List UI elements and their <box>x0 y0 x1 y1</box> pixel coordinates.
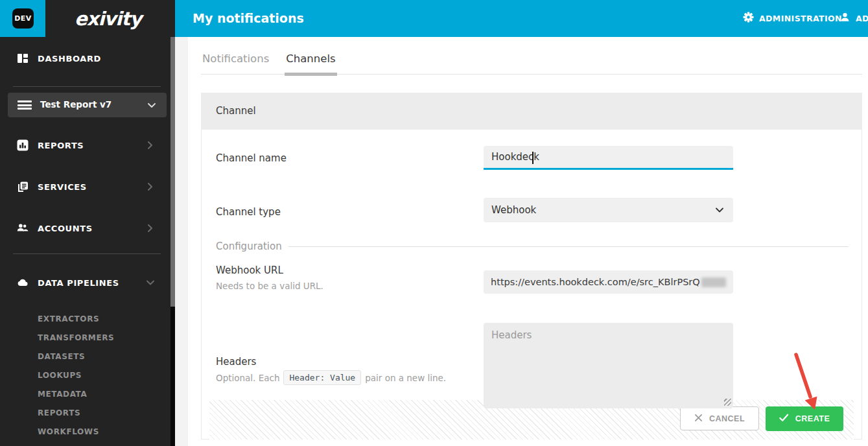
cloud-icon <box>17 277 29 288</box>
chevron-down-icon <box>146 99 158 111</box>
user-menu[interactable]: ADM <box>839 0 868 37</box>
sidebar-item-label: ACCOUNTS <box>38 224 93 233</box>
sidebar-subitem-transformers[interactable]: TRANSFORMERS <box>38 332 114 344</box>
user-menu-label: ADM <box>856 14 868 23</box>
main-content: Notifications Channels Channel Channel n… <box>175 37 868 446</box>
sidebar-subitem-workflows[interactable]: WORKFLOWS <box>38 426 99 438</box>
sidebar-item-data-pipelines[interactable]: DATA PIPELINES <box>0 273 170 292</box>
check-icon <box>779 414 789 424</box>
user-icon <box>839 12 850 25</box>
page-title: My notifications <box>193 11 304 25</box>
create-button[interactable]: CREATE <box>766 406 843 431</box>
sidebar-subitem-datasets[interactable]: DATASETS <box>38 351 85 362</box>
administration-label: ADMINISTRATION <box>759 14 842 23</box>
sidebar-scrollbar[interactable] <box>170 0 175 446</box>
sidebar-divider <box>13 86 161 87</box>
channel-type-label: Channel type <box>216 206 281 218</box>
report-selector[interactable]: Test Report v7 <box>8 93 167 117</box>
channel-name-input[interactable] <box>484 146 733 170</box>
channel-name-label: Channel name <box>216 152 287 164</box>
sidebar-subitem-extractors[interactable]: EXTRACTORS <box>38 313 99 325</box>
sidebar-item-label: DATA PIPELINES <box>38 278 119 288</box>
topbar: My notifications ADMINISTRATION ADM <box>175 0 868 37</box>
gear-icon <box>743 12 754 25</box>
chevron-down-icon <box>714 204 725 218</box>
x-icon <box>694 414 703 424</box>
chevron-right-icon <box>145 181 156 193</box>
configuration-section-label: Configuration <box>216 241 282 252</box>
textarea-resize-handle[interactable] <box>724 399 731 406</box>
report-selector-label: Test Report v7 <box>40 99 111 110</box>
sidebar-item-reports[interactable]: REPORTS <box>0 135 170 155</box>
sidebar-item-services[interactable]: SERVICES <box>0 177 170 196</box>
headers-helper-suffix: pair on a new line. <box>365 373 446 383</box>
chevron-right-icon <box>145 139 156 151</box>
sidebar-subitem-lookups[interactable]: LOOKUPS <box>38 370 82 381</box>
panel-title: Channel <box>216 105 256 117</box>
sidebar-item-accounts[interactable]: ACCOUNTS <box>0 218 170 238</box>
headers-label: Headers <box>216 356 256 368</box>
cancel-button[interactable]: CANCEL <box>680 406 759 430</box>
bar-chart-icon <box>17 139 29 151</box>
scrollbar-thumb[interactable] <box>170 37 175 307</box>
sidebar-divider <box>13 253 161 254</box>
create-button-label: CREATE <box>795 414 830 423</box>
channel-type-select[interactable]: Webhook <box>484 198 733 222</box>
sidebar-item-dashboard[interactable]: DASHBOARD <box>0 49 170 68</box>
webhook-url-value: https://events.hookdeck.com/e/src_KBlrPS… <box>491 277 700 287</box>
content-scroll-gutter <box>175 37 188 446</box>
redacted-url-suffix <box>701 277 726 287</box>
tab-bar: Notifications Channels <box>201 47 862 75</box>
dev-badge: DEV <box>12 8 34 29</box>
channel-type-value: Webhook <box>491 204 536 216</box>
chevron-down-icon <box>145 277 156 288</box>
webhook-url-input[interactable]: https://events.hookdeck.com/e/src_KBlrPS… <box>484 270 733 294</box>
webhook-url-label: Webhook URL <box>216 264 283 276</box>
sidebar: DEV exivity DASHBOARD Test Report v7 REP… <box>0 0 170 446</box>
headers-helper-prefix: Optional. Each <box>216 373 279 383</box>
sidebar-logo-row: DEV exivity <box>0 0 170 37</box>
webhook-url-helper: Needs to be a valid URL. <box>216 281 323 291</box>
scrollbar-track <box>170 307 175 446</box>
headers-helper: Optional. Each Header: Value pair on a n… <box>216 370 446 385</box>
headers-helper-code: Header: Value <box>283 370 361 385</box>
section-divider <box>288 246 849 247</box>
sidebar-subitem-metadata[interactable]: METADATA <box>38 388 87 400</box>
tab-notifications[interactable]: Notifications <box>201 47 270 74</box>
dashboard-icon <box>17 53 29 64</box>
users-icon <box>17 222 29 234</box>
cancel-button-label: CANCEL <box>709 414 745 423</box>
administration-menu[interactable]: ADMINISTRATION <box>743 0 842 37</box>
sidebar-subitem-reports[interactable]: REPORTS <box>38 407 80 419</box>
sidebar-item-label: SERVICES <box>38 182 87 192</box>
sidebar-item-label: DASHBOARD <box>38 54 101 64</box>
configuration-section: Configuration <box>216 241 849 252</box>
menu-icon <box>18 100 32 110</box>
sidebar-item-label: REPORTS <box>38 141 84 150</box>
text-caret <box>532 152 534 164</box>
headers-textarea[interactable] <box>484 323 733 408</box>
panel-header: Channel <box>201 93 862 130</box>
services-icon <box>17 181 29 193</box>
exivity-logo[interactable]: exivity <box>45 0 170 37</box>
chevron-right-icon <box>145 222 156 234</box>
dev-environment-block: DEV <box>0 0 45 37</box>
channel-form-panel: Channel Channel name Channel type Webhoo… <box>201 93 862 440</box>
tab-channels[interactable]: Channels <box>285 47 336 74</box>
